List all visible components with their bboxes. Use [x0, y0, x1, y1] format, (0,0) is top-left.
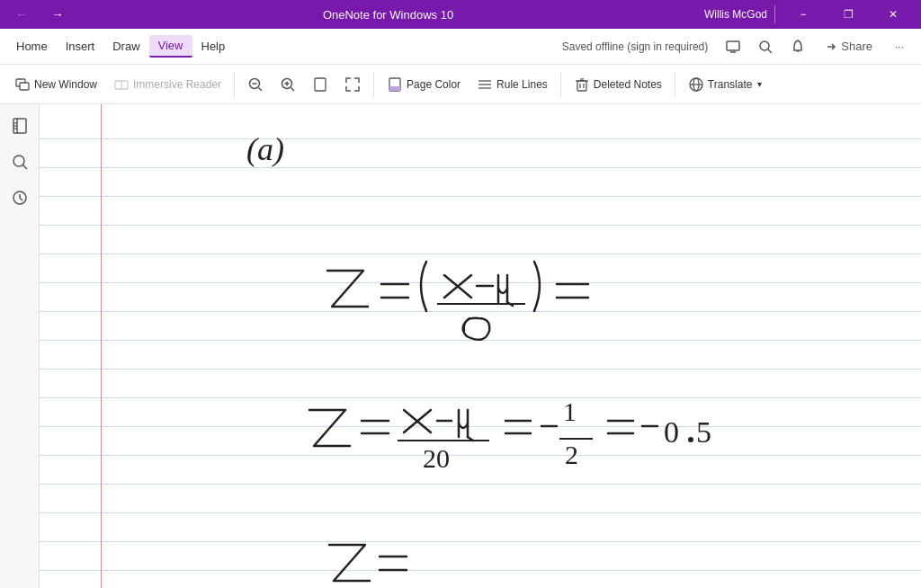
menubar: Home Insert Draw View Help Saved offline…	[0, 29, 921, 65]
toolbar-sep-1	[234, 72, 235, 97]
svg-text:(a): (a)	[246, 131, 284, 167]
svg-text:2: 2	[565, 440, 578, 469]
forward-button[interactable]: →	[43, 0, 72, 29]
full-page-button[interactable]	[337, 73, 368, 96]
svg-text:1: 1	[563, 396, 577, 426]
titlebar-controls: Willis McGod − ❐ ✕	[704, 0, 914, 29]
svg-line-11	[259, 87, 263, 91]
toolbar-sep-4	[675, 72, 675, 97]
close-button[interactable]: ✕	[872, 0, 914, 29]
math-content: (a)	[40, 104, 921, 588]
sidebar	[0, 104, 40, 588]
bell-icon-btn[interactable]	[783, 32, 812, 61]
restore-button[interactable]: ❐	[827, 0, 869, 29]
page-fit-icon	[312, 76, 328, 93]
svg-rect-22	[577, 81, 586, 91]
back-button[interactable]: ←	[7, 0, 36, 29]
translate-button[interactable]: Translate ▾	[681, 73, 770, 96]
svg-line-39	[20, 198, 22, 200]
svg-line-15	[291, 87, 295, 91]
svg-text:0: 0	[664, 415, 679, 449]
titlebar-divider	[774, 5, 775, 23]
page-color-icon	[387, 76, 403, 93]
zoom-in-button[interactable]	[273, 73, 303, 96]
minimize-button[interactable]: −	[782, 0, 824, 29]
immersive-reader-icon	[113, 76, 130, 93]
content-area[interactable]: (a)	[40, 104, 921, 588]
titlebar-left: ← →	[7, 0, 72, 29]
svg-point-45	[688, 437, 693, 442]
search-icon-btn[interactable]	[751, 32, 780, 61]
immersive-reader-button[interactable]: Immersive Reader	[106, 73, 228, 96]
more-button[interactable]: ···	[885, 32, 914, 61]
zoom-out-icon	[247, 76, 264, 93]
notebooks-icon[interactable]	[5, 111, 34, 140]
device-icon-btn[interactable]	[719, 32, 747, 61]
deleted-notes-icon	[574, 76, 590, 93]
toolbar: New Window Immersive Reader Pa	[0, 65, 921, 104]
svg-line-36	[22, 165, 27, 170]
recent-icon[interactable]	[5, 183, 34, 212]
svg-text:20: 20	[423, 443, 450, 473]
svg-line-3	[768, 49, 772, 53]
translate-icon	[688, 76, 704, 93]
svg-rect-6	[20, 83, 29, 90]
zoom-in-icon	[280, 76, 296, 93]
lined-paper: (a)	[40, 104, 921, 588]
rule-lines-button[interactable]: Rule Lines	[469, 73, 555, 96]
zoom-out-button[interactable]	[240, 73, 271, 96]
svg-rect-0	[727, 41, 739, 50]
menu-home[interactable]: Home	[7, 36, 57, 57]
menu-insert[interactable]: Insert	[57, 36, 104, 57]
new-window-button[interactable]: New Window	[7, 73, 104, 96]
titlebar: ← → OneNote for Windows 10 Willis McGod …	[0, 0, 921, 29]
svg-point-35	[13, 156, 24, 166]
page-color-button[interactable]: Page Color	[380, 73, 468, 96]
svg-text:5: 5	[696, 415, 711, 449]
svg-rect-16	[315, 78, 326, 91]
svg-point-2	[760, 41, 769, 50]
menu-draw[interactable]: Draw	[103, 36, 148, 57]
page-fit-button[interactable]	[305, 73, 335, 96]
share-button[interactable]: Share	[816, 36, 881, 57]
app-title: OneNote for Windows 10	[72, 8, 704, 22]
main-layout: (a)	[0, 104, 921, 588]
svg-rect-18	[389, 86, 400, 91]
rule-lines-icon	[477, 76, 493, 93]
new-window-icon	[14, 76, 31, 93]
menu-view[interactable]: View	[149, 35, 192, 58]
sync-status: Saved offline (sign in required)	[562, 40, 709, 53]
toolbar-sep-3	[560, 72, 561, 97]
full-page-icon	[344, 76, 361, 93]
search-icon[interactable]	[5, 147, 34, 176]
username-label: Willis McGod	[704, 8, 767, 21]
translate-dropdown-icon[interactable]: ▾	[757, 79, 762, 89]
deleted-notes-button[interactable]: Deleted Notes	[567, 73, 669, 96]
toolbar-sep-2	[373, 72, 374, 97]
menubar-right: Saved offline (sign in required) Share ·…	[562, 32, 914, 61]
menu-help[interactable]: Help	[192, 36, 235, 57]
